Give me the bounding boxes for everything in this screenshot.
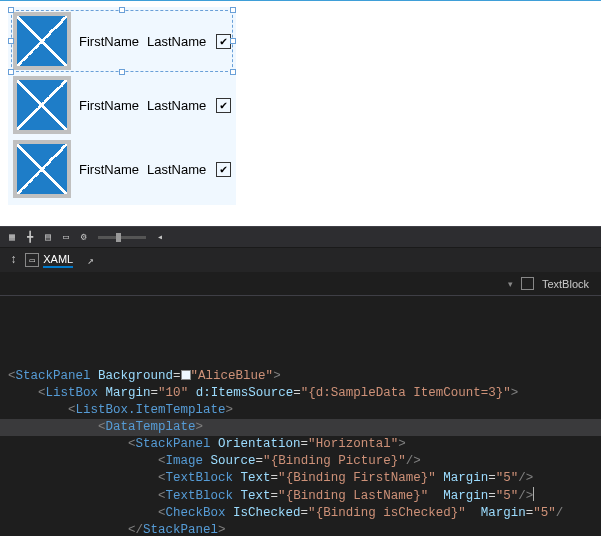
breadcrumb-bar: ▾ TextBlock (0, 272, 601, 296)
chevron-down-icon[interactable]: ▾ (508, 279, 513, 289)
code-tab-bar: ↕ ▭ XAML ↗ (0, 248, 601, 272)
checkbox[interactable]: ✔ (216, 34, 231, 49)
list-item[interactable]: FirstName LastName ✔ (11, 138, 233, 200)
firstname-text: FirstName (79, 98, 139, 113)
image-placeholder-icon (13, 140, 71, 198)
lastname-text: LastName (147, 98, 206, 113)
tab-xaml[interactable]: ▭ XAML (25, 253, 73, 268)
artboard-icon[interactable]: ▭ (58, 229, 74, 245)
grid-snap-icon[interactable]: ▦ (4, 229, 20, 245)
firstname-text: FirstName (79, 34, 139, 49)
listbox-design[interactable]: FirstName LastName ✔ FirstName LastName … (8, 7, 236, 205)
zoom-slider[interactable] (98, 236, 146, 239)
designer-surface[interactable]: FirstName LastName ✔ FirstName LastName … (0, 0, 601, 226)
list-item[interactable]: FirstName LastName ✔ (11, 74, 233, 136)
image-placeholder-icon (13, 76, 71, 134)
element-glyph-icon (521, 277, 534, 290)
tab-label: XAML (43, 253, 73, 268)
lastname-text: LastName (147, 162, 206, 177)
list-item[interactable]: FirstName LastName ✔ (11, 10, 233, 72)
breadcrumb-current[interactable]: TextBlock (542, 278, 589, 290)
checkbox[interactable]: ✔ (216, 98, 231, 113)
lastname-text: LastName (147, 34, 206, 49)
chevron-left-icon[interactable]: ◂ (152, 229, 168, 245)
snapline-icon[interactable]: ╋ (22, 229, 38, 245)
grid-icon[interactable]: ▤ (40, 229, 56, 245)
firstname-text: FirstName (79, 162, 139, 177)
effects-icon[interactable]: ⚙ (76, 229, 92, 245)
designer-toolbar: ▦ ╋ ▤ ▭ ⚙ ◂ (0, 226, 601, 248)
image-placeholder-icon (13, 12, 71, 70)
collapse-icon[interactable]: ↕ (10, 253, 17, 267)
code-editor[interactable]: <StackPanel Background="AliceBlue"> <Lis… (0, 296, 601, 536)
checkbox[interactable]: ✔ (216, 162, 231, 177)
xaml-tab-icon: ▭ (25, 253, 39, 267)
popout-icon[interactable]: ↗ (87, 254, 94, 267)
